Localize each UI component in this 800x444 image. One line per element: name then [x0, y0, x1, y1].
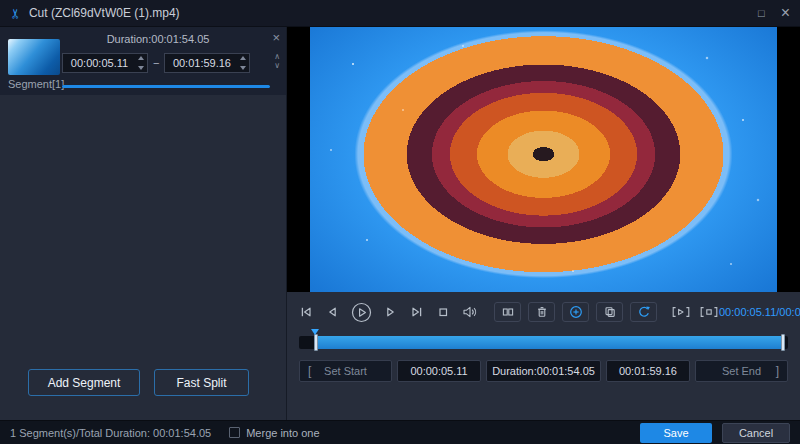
spin-up-icon[interactable]: [138, 56, 144, 60]
segment-end-time-value[interactable]: [164, 53, 250, 73]
trim-end-time-input[interactable]: [606, 360, 690, 382]
delete-segment-button[interactable]: [528, 302, 555, 322]
cut-dialog-window: ✂ Cut (ZCl69dVtW0E (1).mp4) □ × Duration…: [0, 0, 800, 444]
fast-split-button[interactable]: Fast Split: [154, 369, 249, 396]
merge-into-one-option[interactable]: Merge into one: [229, 427, 319, 439]
segment-thumbnail: [8, 39, 60, 75]
segment-close-icon[interactable]: ×: [272, 31, 280, 44]
segment-start-time-value[interactable]: [62, 53, 148, 73]
video-stage: [287, 27, 800, 292]
set-end-bracket-icon: ]: [776, 364, 779, 378]
trim-duration-display: Duration:00:01:54.05: [486, 360, 601, 382]
set-end-button[interactable]: Set End ]: [695, 360, 788, 382]
reset-button[interactable]: [630, 302, 657, 322]
title-bar: ✂ Cut (ZCl69dVtW0E (1).mp4) □ ×: [0, 0, 800, 27]
segment-card[interactable]: Duration:00:01:54.05 × ∧ ∨ −: [0, 27, 286, 95]
time-range-separator: −: [153, 57, 159, 69]
segment-panel: Duration:00:01:54.05 × ∧ ∨ −: [0, 27, 287, 420]
skip-to-end-icon[interactable]: [410, 305, 424, 319]
trim-start-time-value[interactable]: [398, 361, 480, 381]
status-bar: 1 Segment(s)/Total Duration: 00:01:54.05…: [0, 420, 800, 444]
video-preview: [310, 27, 777, 292]
merge-checkbox[interactable]: [229, 427, 240, 438]
trim-controls: [ Set Start Duration:00:01:54.05 Set End…: [287, 354, 800, 382]
playback-controls: 00:00:05.11/00:02:00.00: [287, 292, 800, 328]
preview-stop-button[interactable]: [699, 305, 719, 319]
volume-icon[interactable]: [462, 305, 478, 319]
segment-range-fill: [62, 85, 270, 88]
timeline-end-handle[interactable]: [781, 334, 785, 351]
set-start-button[interactable]: [ Set Start: [299, 360, 392, 382]
close-icon[interactable]: ×: [781, 4, 790, 22]
segment-range-bar: [62, 85, 270, 88]
play-icon[interactable]: [351, 302, 372, 323]
add-segment-icon-button[interactable]: [562, 302, 589, 322]
scissors-icon: ✂: [9, 8, 22, 19]
start-time-spinner[interactable]: [137, 56, 145, 70]
split-segment-button[interactable]: [494, 302, 521, 322]
stop-icon[interactable]: [436, 305, 450, 319]
timeline[interactable]: [299, 330, 788, 354]
skip-to-start-icon[interactable]: [299, 305, 313, 319]
player-area: 00:00:05.11/00:02:00.00 [ Set Start: [287, 27, 800, 420]
cancel-button[interactable]: Cancel: [722, 423, 790, 443]
segment-start-time-input[interactable]: [62, 53, 148, 73]
end-time-spinner[interactable]: [239, 56, 247, 70]
timeline-fill[interactable]: [315, 336, 784, 349]
window-title: Cut (ZCl69dVtW0E (1).mp4): [29, 6, 180, 20]
maximize-icon[interactable]: □: [758, 7, 765, 19]
spin-down-icon[interactable]: [138, 66, 144, 70]
segment-duration-label: Duration:00:01:54.05: [56, 33, 260, 45]
segment-move-down-icon[interactable]: ∨: [274, 62, 280, 70]
segment-move-up-icon[interactable]: ∧: [274, 53, 280, 61]
spin-up-icon[interactable]: [240, 56, 246, 60]
timeline-start-handle[interactable]: [314, 334, 318, 351]
set-start-bracket-icon: [: [308, 364, 311, 378]
playback-time-display: 00:00:05.11/00:02:00.00: [719, 306, 800, 318]
copy-segment-button[interactable]: [596, 302, 623, 322]
timeline-playhead[interactable]: [311, 329, 319, 335]
trim-end-time-value[interactable]: [607, 361, 689, 381]
set-end-label: Set End: [722, 365, 761, 377]
segment-summary: 1 Segment(s)/Total Duration: 00:01:54.05: [10, 427, 211, 439]
previous-frame-icon[interactable]: [325, 305, 339, 319]
set-start-label: Set Start: [324, 365, 367, 377]
stars-decoration: [310, 27, 312, 29]
trim-start-time-input[interactable]: [397, 360, 481, 382]
save-button[interactable]: Save: [640, 423, 712, 443]
next-frame-icon[interactable]: [384, 305, 398, 319]
merge-checkbox-label: Merge into one: [246, 427, 319, 439]
preview-play-button[interactable]: [671, 305, 691, 319]
segment-end-time-input[interactable]: [164, 53, 250, 73]
spin-down-icon[interactable]: [240, 66, 246, 70]
segment-label: Segment[1]: [8, 78, 64, 90]
add-segment-button[interactable]: Add Segment: [28, 369, 140, 396]
